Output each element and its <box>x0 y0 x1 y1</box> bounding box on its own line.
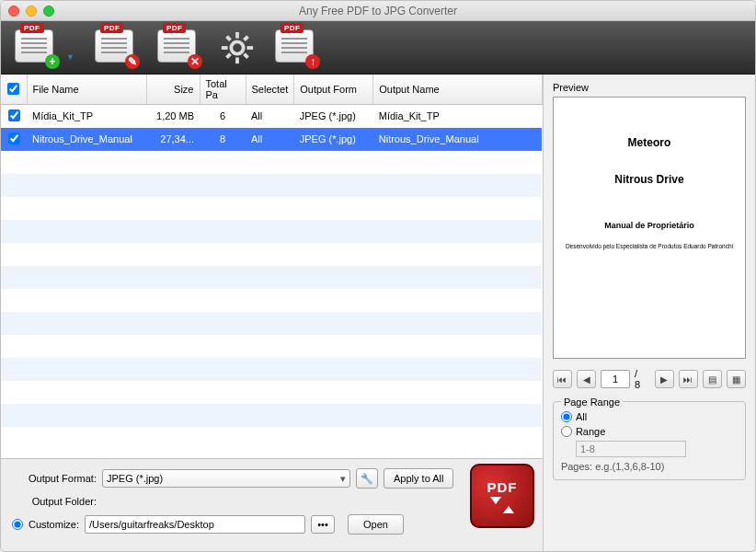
table-row <box>1 312 542 335</box>
apply-all-button[interactable]: Apply to All <box>384 468 453 489</box>
x-icon: ✕ <box>188 54 202 69</box>
cell-selected: All <box>246 128 294 151</box>
page-input[interactable] <box>601 370 630 388</box>
page-info-button[interactable]: ▦ <box>727 370 746 388</box>
convert-button[interactable]: PDF <box>470 464 534 528</box>
first-page-button[interactable]: ⏮ <box>553 370 572 388</box>
cell-file: Nitrous_Drive_Manual <box>27 128 146 151</box>
table-row <box>1 404 542 427</box>
output-panel: Output Format: JPEG (*.jpg) 🔧 Apply to A… <box>1 458 543 551</box>
output-folder-label: Output Folder: <box>12 496 97 507</box>
dropdown-icon[interactable]: ▼ <box>66 52 74 62</box>
range-custom-radio[interactable] <box>561 426 572 437</box>
table-row <box>1 197 542 220</box>
page-range-fieldset: Page Range All Range Pages: e.g.(1,3,6,8… <box>553 401 746 480</box>
file-table: File Name Size Total Pa Selectet Output … <box>1 75 543 458</box>
select-all-checkbox[interactable] <box>7 83 19 95</box>
preview-label: Preview <box>553 82 746 93</box>
svg-rect-6 <box>243 52 249 59</box>
table-row <box>1 174 542 197</box>
cell-outname: Mídia_Kit_TP <box>373 105 543 128</box>
export-button[interactable]: PDF ↑ <box>275 29 317 66</box>
svg-rect-8 <box>225 52 232 59</box>
next-page-button[interactable]: ▶ <box>655 370 674 388</box>
pencil-icon: ✎ <box>125 54 140 69</box>
output-format-label: Output Format: <box>12 473 97 484</box>
cell-format: JPEG (*.jpg) <box>294 128 373 151</box>
settings-button[interactable] <box>220 30 255 65</box>
prev-page-button[interactable]: ◀ <box>577 370 596 388</box>
svg-rect-3 <box>222 46 228 50</box>
col-selected[interactable]: Selectet <box>246 75 294 105</box>
svg-point-0 <box>231 41 243 53</box>
range-hint: Pages: e.g.(1,3,6,8-10) <box>561 461 738 472</box>
preview-pane: Meteoro Nitrous Drive Manual de Propriet… <box>553 97 746 359</box>
output-format-select[interactable]: JPEG (*.jpg) <box>102 469 350 488</box>
table-row <box>1 358 542 381</box>
cell-selected: All <box>246 105 294 128</box>
row-checkbox[interactable] <box>8 132 20 144</box>
customize-radio[interactable] <box>12 519 23 530</box>
preview-title1: Meteoro <box>628 136 671 149</box>
customize-label: Customize: <box>29 519 79 530</box>
pager: ⏮ ◀ / 8 ▶ ⏭ ▤ ▦ <box>553 368 746 390</box>
svg-rect-7 <box>243 35 249 41</box>
col-outname[interactable]: Output Name <box>373 75 543 105</box>
toolbar: PDF + ▼ PDF ✎ PDF ✕ PDF ↑ <box>1 21 755 75</box>
range-input[interactable] <box>576 441 686 457</box>
edit-file-button[interactable]: PDF ✎ <box>95 29 137 66</box>
cell-file: Mídia_Kit_TP <box>27 105 146 128</box>
svg-rect-4 <box>246 46 253 50</box>
page-total: / 8 <box>635 368 646 390</box>
window-title: Any Free PDF to JPG Converter <box>1 5 755 17</box>
remove-file-button[interactable]: PDF ✕ <box>157 29 200 66</box>
col-file[interactable]: File Name <box>27 75 146 105</box>
row-checkbox[interactable] <box>8 109 20 121</box>
titlebar: Any Free PDF to JPG Converter <box>1 1 755 21</box>
open-button[interactable]: Open <box>348 514 404 535</box>
cell-size: 1,20 MB <box>146 105 200 128</box>
table-header-row: File Name Size Total Pa Selectet Output … <box>1 75 542 105</box>
col-format[interactable]: Output Form <box>294 75 373 105</box>
arrow-up-icon: ↑ <box>305 54 320 69</box>
browse-button[interactable]: ••• <box>311 515 335 534</box>
table-row[interactable]: Nitrous_Drive_Manual 27,34... 8 All JPEG… <box>1 128 542 151</box>
cell-outname: Nitrous_Drive_Manual <box>373 128 543 151</box>
table-row <box>1 266 542 289</box>
table-row <box>1 220 542 243</box>
col-total[interactable]: Total Pa <box>200 75 246 105</box>
table-row <box>1 381 542 404</box>
range-all-radio[interactable] <box>561 411 572 422</box>
output-path-input[interactable] <box>85 515 305 534</box>
last-page-button[interactable]: ⏭ <box>679 370 698 388</box>
page-range-legend: Page Range <box>561 397 623 408</box>
cell-format: JPEG (*.jpg) <box>294 105 373 128</box>
table-row <box>1 335 542 358</box>
preview-credit: Desenvolvido pelo Especialista de Produt… <box>566 243 733 250</box>
preview-title2: Nitrous Drive <box>614 173 683 186</box>
convert-icon <box>490 497 514 513</box>
cell-total: 8 <box>200 128 246 151</box>
svg-rect-1 <box>235 31 239 38</box>
svg-rect-5 <box>225 35 232 41</box>
page-list-button[interactable]: ▤ <box>703 370 722 388</box>
table-row[interactable]: Mídia_Kit_TP 1,20 MB 6 All JPEG (*.jpg) … <box>1 105 542 128</box>
plus-icon: + <box>45 54 60 69</box>
add-file-button[interactable]: PDF + <box>15 29 57 66</box>
cell-size: 27,34... <box>146 128 200 151</box>
preview-subtitle: Manual de Proprietário <box>604 221 694 230</box>
table-row <box>1 151 542 174</box>
svg-rect-2 <box>235 57 239 63</box>
range-custom-label: Range <box>576 426 605 437</box>
format-settings-button[interactable]: 🔧 <box>356 468 378 489</box>
table-row <box>1 243 542 266</box>
cell-total: 6 <box>200 105 246 128</box>
col-size[interactable]: Size <box>146 75 200 105</box>
range-all-label: All <box>576 411 587 422</box>
table-row <box>1 289 542 312</box>
